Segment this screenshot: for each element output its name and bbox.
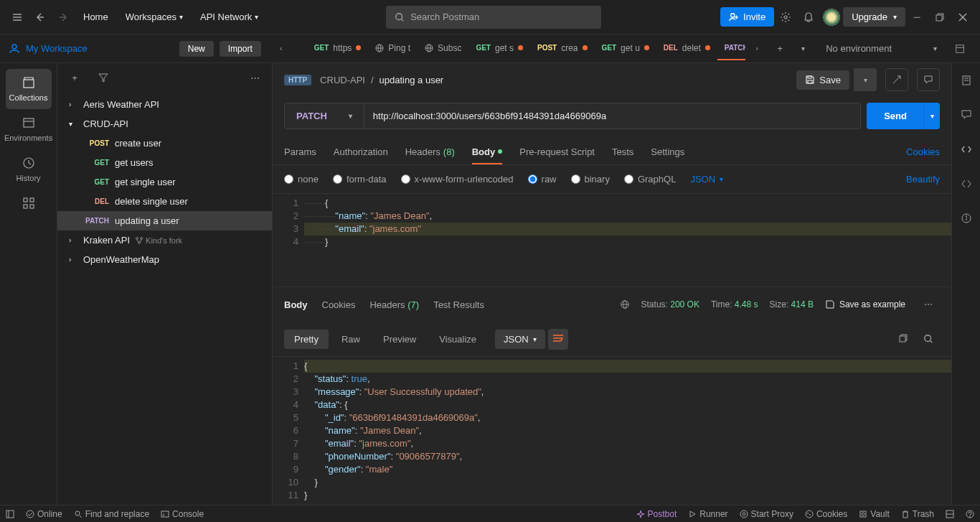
tab[interactable]: POSTcrea (530, 37, 595, 60)
request-item[interactable]: DELdelete single user (57, 192, 272, 211)
settings-icon[interactable] (774, 6, 797, 29)
footer-proxy[interactable]: Start Proxy (740, 509, 793, 519)
new-button[interactable]: New (179, 41, 214, 57)
code-panel-icon[interactable] (955, 138, 978, 161)
send-dropdown[interactable]: ▾ (924, 103, 940, 129)
footer-postbot[interactable]: Postbot (636, 509, 677, 519)
footer-layout-toggle[interactable] (946, 510, 954, 518)
body-type-graphql[interactable]: GraphQL (624, 174, 676, 185)
import-button[interactable]: Import (220, 41, 261, 57)
breadcrumb-parent[interactable]: CRUD-API (320, 75, 365, 85)
footer-trash[interactable]: Trash (901, 509, 934, 519)
minimize-icon[interactable]: ─ (905, 6, 928, 29)
documentation-icon[interactable] (955, 69, 978, 92)
footer-sidebar-toggle[interactable] (6, 510, 14, 518)
tab-params[interactable]: Params (284, 141, 316, 164)
footer-cookies[interactable]: Cookies (805, 509, 847, 519)
line-wrap-button[interactable] (548, 329, 568, 350)
collection-item[interactable]: ›Kraken APIKind's fork (57, 230, 272, 250)
maximize-icon[interactable] (928, 6, 951, 29)
beautify-button[interactable]: Beautify (906, 174, 940, 185)
tab[interactable]: GEThttps (307, 37, 369, 60)
environment-selector[interactable]: No environment▾ (814, 37, 948, 60)
info-panel-icon[interactable] (955, 207, 978, 230)
footer-help[interactable] (966, 510, 974, 518)
nav-workspaces[interactable]: Workspaces▾ (117, 6, 192, 28)
tab-settings[interactable]: Settings (651, 141, 684, 164)
sidebar-add-button[interactable]: + (63, 66, 86, 89)
response-more[interactable]: ⋯ (917, 293, 940, 316)
rail-environments[interactable]: Environments (6, 109, 52, 149)
body-type-binary[interactable]: binary (571, 174, 610, 185)
close-icon[interactable] (951, 6, 974, 29)
footer-find[interactable]: Find and replace (74, 509, 149, 519)
footer-console[interactable]: Console (161, 509, 204, 519)
view-preview[interactable]: Preview (373, 330, 426, 349)
search-input[interactable]: Search Postman (386, 6, 601, 29)
save-as-example[interactable]: Save as example (825, 299, 905, 309)
upgrade-button[interactable]: Upgrade▾ (843, 7, 905, 27)
back-icon[interactable] (29, 6, 52, 29)
tab[interactable]: PATCHup. (717, 37, 745, 60)
body-type-none[interactable]: none (284, 174, 319, 185)
tab[interactable]: Ping t (368, 37, 418, 60)
invite-button[interactable]: Invite (720, 7, 774, 27)
avatar[interactable] (820, 6, 843, 29)
response-format-dropdown[interactable]: JSON▾ (495, 330, 545, 349)
collection-item[interactable]: ›Aeris Weather API (57, 95, 272, 114)
tab-body[interactable]: Body (472, 141, 503, 164)
rail-collections[interactable]: Collections (6, 69, 52, 109)
notifications-icon[interactable] (797, 6, 820, 29)
send-button[interactable]: Send (867, 103, 924, 129)
comments-button[interactable] (917, 68, 940, 91)
tab[interactable]: DELdelet (656, 37, 717, 60)
tab[interactable]: GETget s (468, 37, 530, 60)
footer-online[interactable]: Online (26, 509, 62, 519)
tab-scroll-right[interactable]: › (745, 37, 768, 60)
request-item[interactable]: GETget users (57, 153, 272, 172)
collection-item[interactable]: ›OpenWeatherMap (57, 250, 272, 269)
save-button[interactable]: Save (796, 70, 849, 90)
env-quick-look-icon[interactable] (948, 37, 971, 60)
sidebar-filter-button[interactable] (92, 66, 115, 89)
tab[interactable]: Subsc (418, 37, 468, 60)
tab-scroll-left[interactable]: ‹ (270, 37, 293, 60)
collection-item[interactable]: ▾CRUD-API (57, 114, 272, 134)
tab-headers[interactable]: Headers(8) (405, 141, 455, 164)
footer-runner[interactable]: Runner (688, 509, 727, 519)
tab-prerequest[interactable]: Pre-request Script (519, 141, 595, 164)
rail-more[interactable] (6, 190, 52, 217)
nav-home[interactable]: Home (75, 6, 117, 28)
body-type-raw[interactable]: raw (528, 174, 557, 185)
view-raw[interactable]: Raw (331, 330, 370, 349)
request-item[interactable]: PATCHupdating a user (57, 211, 272, 230)
cookies-link[interactable]: Cookies (906, 141, 940, 164)
response-body-editor[interactable]: 1234567891011 { "status": true, "message… (273, 356, 951, 505)
body-format-dropdown[interactable]: JSON▾ (690, 174, 723, 185)
request-code[interactable]: ········{ ············"name": "James Dea… (304, 194, 951, 258)
rail-history[interactable]: History (6, 149, 52, 190)
request-body-editor[interactable]: 1234 ········{ ············"name": "Jame… (273, 193, 951, 258)
nav-api-network[interactable]: API Network▾ (192, 6, 267, 28)
view-visualize[interactable]: Visualize (429, 330, 486, 349)
tab-authorization[interactable]: Authorization (334, 141, 388, 164)
request-item[interactable]: GETget single user (57, 172, 272, 192)
tab[interactable]: GETget u (595, 37, 656, 60)
comments-panel-icon[interactable] (955, 103, 978, 126)
view-pretty[interactable]: Pretty (284, 330, 329, 349)
tab-tests[interactable]: Tests (612, 141, 633, 164)
response-tab-headers[interactable]: Headers (7) (369, 299, 419, 310)
response-tab-cookies[interactable]: Cookies (322, 299, 356, 310)
save-dropdown[interactable]: ▾ (854, 68, 877, 91)
response-tab-tests[interactable]: Test Results (433, 299, 484, 310)
menu-icon[interactable] (6, 6, 29, 29)
sidebar-options[interactable]: ⋯ (243, 66, 266, 89)
response-code[interactable]: { "status": true, "message": "User Succe… (304, 357, 951, 505)
tab-options[interactable]: ▾ (791, 37, 814, 60)
request-item[interactable]: POSTcreate user (57, 134, 272, 153)
response-tab-body[interactable]: Body (284, 299, 308, 310)
forward-icon[interactable] (52, 6, 75, 29)
workspace-name[interactable]: My Workspace (9, 43, 88, 55)
related-panel-icon[interactable] (955, 172, 978, 195)
copy-response-button[interactable] (891, 327, 914, 350)
